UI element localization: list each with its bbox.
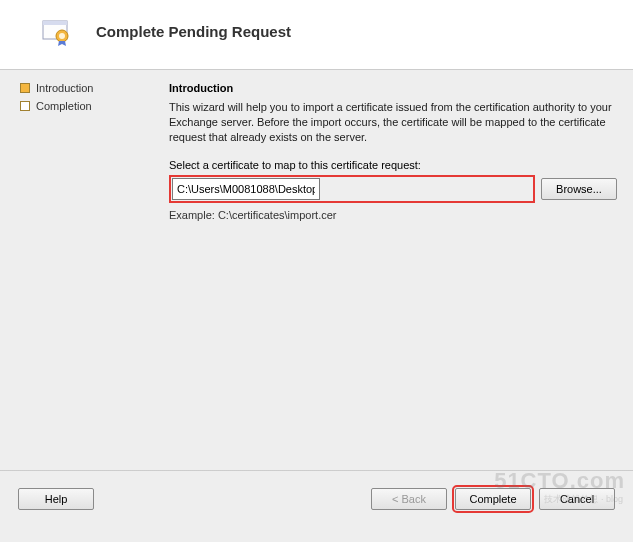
sidebar-item-label: Introduction [36, 82, 93, 94]
sidebar-item-label: Completion [36, 100, 92, 112]
browse-button[interactable]: Browse... [541, 178, 617, 200]
step-indicator-icon [20, 83, 30, 93]
wizard-body: Introduction Completion Introduction Thi… [0, 70, 633, 470]
file-input-highlight [169, 175, 535, 203]
file-row: Browse... [169, 175, 617, 203]
wizard-title: Complete Pending Request [96, 23, 291, 40]
back-button: < Back [371, 488, 447, 510]
sidebar-item-introduction[interactable]: Introduction [20, 82, 155, 94]
svg-rect-1 [43, 21, 67, 25]
section-description: This wizard will help you to import a ce… [169, 100, 617, 145]
wizard-header: Complete Pending Request [0, 0, 633, 70]
help-button[interactable]: Help [18, 488, 94, 510]
sidebar-item-completion[interactable]: Completion [20, 100, 155, 112]
complete-button[interactable]: Complete [455, 488, 531, 510]
example-text: Example: C:\certificates\import.cer [169, 209, 617, 221]
wizard-footer: Help < Back Complete Cancel [0, 472, 633, 526]
svg-point-3 [59, 33, 65, 39]
certificate-icon [40, 16, 72, 48]
file-field-label: Select a certificate to map to this cert… [169, 159, 617, 171]
certificate-path-input[interactable] [172, 178, 320, 200]
wizard-content: Introduction This wizard will help you t… [165, 70, 633, 470]
section-title: Introduction [169, 82, 617, 94]
wizard-sidebar: Introduction Completion [0, 70, 165, 470]
cancel-button[interactable]: Cancel [539, 488, 615, 510]
step-indicator-icon [20, 101, 30, 111]
